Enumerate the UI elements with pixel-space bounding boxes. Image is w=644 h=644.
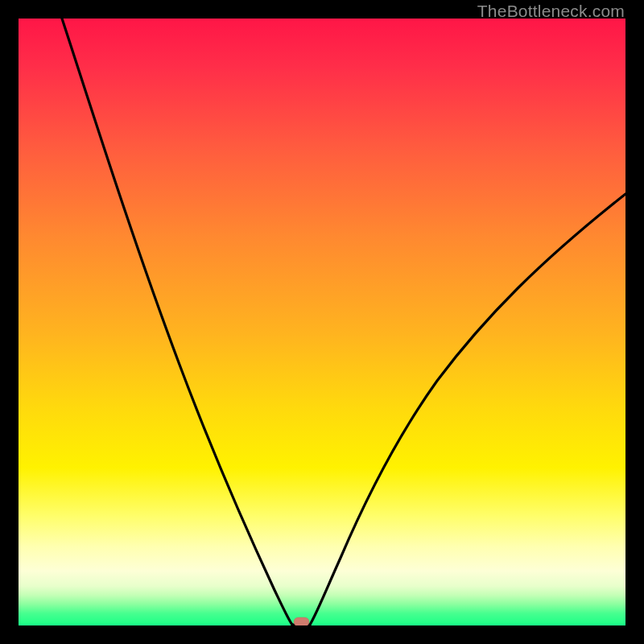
bottleneck-curve	[19, 19, 625, 625]
minimum-marker	[294, 617, 309, 625]
watermark-text: TheBottleneck.com	[477, 2, 625, 21]
chart-frame: TheBottleneck.com	[0, 0, 644, 644]
plot-area	[19, 19, 625, 625]
curve-left-branch	[62, 19, 292, 625]
curve-right-branch	[310, 194, 625, 625]
